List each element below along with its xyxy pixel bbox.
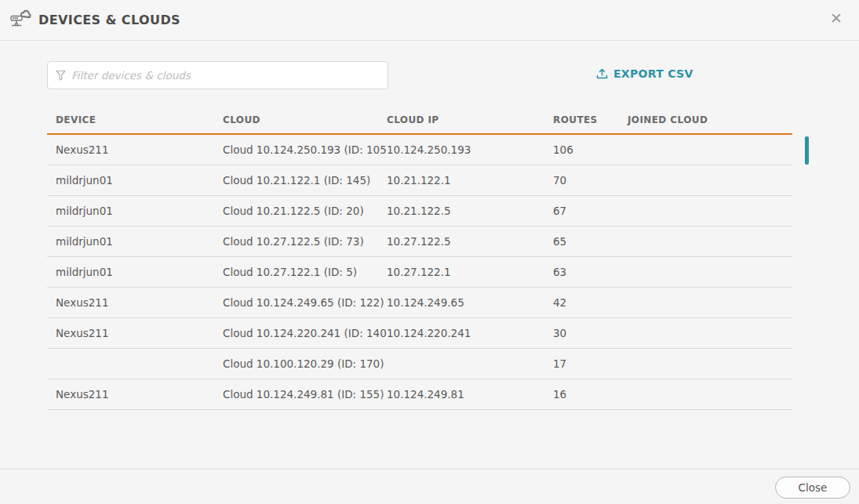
- column-header-device: DEVICE: [56, 114, 223, 125]
- devices-clouds-table: DEVICE CLOUD CLOUD IP ROUTES JOINED CLOU…: [47, 106, 792, 410]
- filter-input[interactable]: [71, 69, 380, 82]
- modal-header: DEVICES & CLOUDS ✕: [0, 0, 859, 41]
- routes-cell: 63: [553, 266, 628, 278]
- routes-cell: 70: [553, 174, 628, 187]
- table-row: Nexus211 Cloud 10.124.249.81 (ID: 155) 1…: [47, 379, 792, 410]
- table-header-row: DEVICE CLOUD CLOUD IP ROUTES JOINED CLOU…: [47, 106, 792, 135]
- routes-cell: 42: [553, 296, 628, 309]
- column-header-cloud: CLOUD: [223, 114, 387, 125]
- cloud-ip-cell: 10.21.122.5: [387, 205, 553, 217]
- cloud-ip-cell: 10.124.220.241: [387, 327, 553, 339]
- table-row: Nexus211 Cloud 10.124.250.193 (ID: 105) …: [47, 135, 792, 165]
- routes-cell: 67: [553, 205, 628, 217]
- cloud-ip-cell: 10.27.122.5: [387, 235, 553, 248]
- cloud-cell: Cloud 10.21.122.5 (ID: 20): [223, 205, 387, 217]
- cloud-ip-cell: 10.21.122.1: [387, 174, 553, 187]
- table-row: mildrjun01 Cloud 10.21.122.5 (ID: 20) 10…: [47, 196, 792, 227]
- cloud-cell: Cloud 10.124.249.81 (ID: 155): [223, 388, 387, 401]
- routes-cell: 106: [553, 143, 628, 156]
- devices-clouds-modal: DEVICES & CLOUDS ✕ EXPORT CSV DEVICE CLO…: [0, 0, 859, 504]
- filter-field-wrap: [47, 61, 388, 89]
- cloud-cell: Cloud 10.124.249.65 (ID: 122): [223, 296, 387, 309]
- table-row: Nexus211 Cloud 10.124.249.65 (ID: 122) 1…: [47, 288, 792, 318]
- device-cell: Nexus211: [56, 143, 223, 156]
- cloud-ip-cell: 10.124.249.81: [387, 388, 553, 401]
- device-cell: Nexus211: [56, 388, 223, 401]
- close-icon[interactable]: ✕: [830, 11, 843, 26]
- routes-cell: 17: [553, 357, 628, 370]
- cloud-ip-cell: 10.27.122.1: [387, 266, 553, 278]
- table-row: Nexus211 Cloud 10.124.220.241 (ID: 140) …: [47, 318, 792, 349]
- table-row: Cloud 10.100.120.29 (ID: 170) 17: [47, 349, 792, 379]
- routes-cell: 16: [553, 388, 628, 401]
- routes-cell: 30: [553, 327, 628, 339]
- device-cell: mildrjun01: [56, 174, 223, 187]
- device-cell: mildrjun01: [56, 266, 223, 278]
- column-header-joined-cloud: JOINED CLOUD: [628, 114, 792, 125]
- device-cell: Nexus211: [56, 327, 223, 339]
- table-row: mildrjun01 Cloud 10.27.122.1 (ID: 5) 10.…: [47, 257, 792, 288]
- cloud-cell: Cloud 10.124.250.193 (ID: 105): [223, 143, 387, 156]
- funnel-icon: [56, 70, 66, 81]
- close-button[interactable]: Close: [775, 477, 850, 499]
- table-body: Nexus211 Cloud 10.124.250.193 (ID: 105) …: [47, 135, 792, 410]
- cloud-ip-cell: 10.124.249.65: [387, 296, 553, 309]
- cloud-cell: Cloud 10.27.122.5 (ID: 73): [223, 235, 387, 248]
- routes-cell: 65: [553, 235, 628, 248]
- modal-footer: Close: [0, 469, 859, 504]
- export-csv-label: EXPORT CSV: [613, 67, 693, 80]
- scrollbar-thumb[interactable]: [805, 136, 809, 165]
- table-row: mildrjun01 Cloud 10.27.122.5 (ID: 73) 10…: [47, 227, 792, 257]
- device-cell: Nexus211: [56, 296, 223, 309]
- column-header-routes: ROUTES: [553, 114, 628, 125]
- upload-icon: [596, 68, 608, 80]
- cloud-cell: Cloud 10.124.220.241 (ID: 140): [223, 327, 387, 339]
- column-header-cloud-ip: CLOUD IP: [387, 114, 553, 125]
- table-row: mildrjun01 Cloud 10.21.122.1 (ID: 145) 1…: [47, 165, 792, 196]
- cloud-cell: Cloud 10.21.122.1 (ID: 145): [223, 174, 387, 187]
- device-cloud-icon: [9, 8, 32, 31]
- page-title: DEVICES & CLOUDS: [38, 13, 180, 27]
- device-cell: mildrjun01: [56, 235, 223, 248]
- cloud-cell: Cloud 10.27.122.1 (ID: 5): [223, 266, 387, 278]
- cloud-ip-cell: 10.124.250.193: [387, 143, 553, 156]
- cloud-cell: Cloud 10.100.120.29 (ID: 170): [223, 357, 387, 370]
- export-csv-button[interactable]: EXPORT CSV: [596, 67, 693, 80]
- device-cell: mildrjun01: [56, 205, 223, 217]
